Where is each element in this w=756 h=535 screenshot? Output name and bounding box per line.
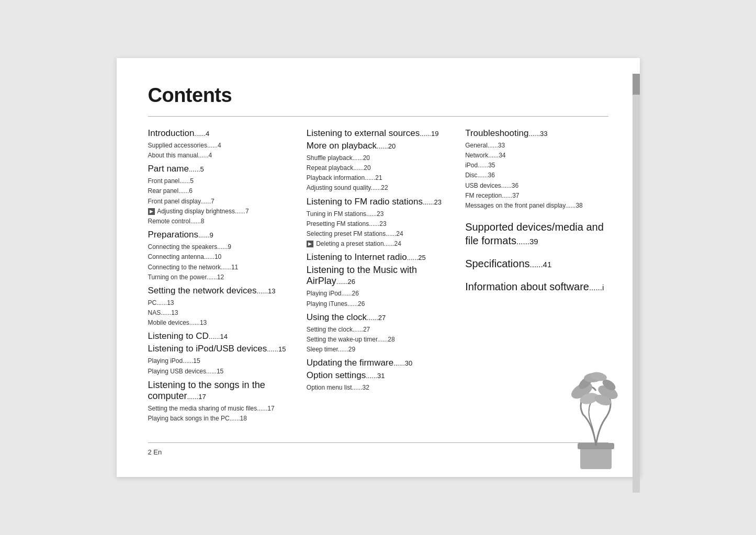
list-item: Connecting antenna......10 — [148, 252, 291, 262]
sublist-computer: Setting the media sharing of music files… — [148, 404, 291, 424]
list-item: ▶ Adjusting display brightness......7 — [148, 207, 291, 217]
list-item: USB devices......36 — [465, 181, 608, 191]
list-item: Setting the media sharing of music files… — [148, 404, 291, 414]
section-preparations: Preparations......9 Connecting the speak… — [148, 230, 291, 282]
list-item: ▶ Deleting a preset station......24 — [307, 239, 449, 249]
sublist-network-devices: PC......13 NAS......13 Mobile devices...… — [148, 298, 291, 328]
list-item: Front panel display......7 — [148, 197, 291, 207]
section-heading-internet-radio: Listening to Internet radio......25 — [307, 252, 449, 263]
list-item: Playing iPod......26 — [307, 289, 449, 299]
section-heading-firmware: Updating the firmware......30 — [307, 358, 449, 368]
list-item: Setting the clock......27 — [307, 325, 449, 335]
list-item: Sleep timer......29 — [307, 345, 449, 355]
section-internet-radio: Listening to Internet radio......25 — [307, 252, 449, 263]
list-item: Network......34 — [465, 151, 608, 161]
list-item: Playing back songs in the PC......18 — [148, 414, 291, 424]
list-item: Messages on the front panel display.....… — [465, 201, 608, 211]
sublist-preparations: Connecting the speakers......9 Connectin… — [148, 242, 291, 282]
columns-container: Introduction......4 Supplied accessories… — [148, 128, 608, 427]
list-item: Connecting the speakers......9 — [148, 242, 291, 252]
section-external-sources: Listening to external sources......19 — [307, 128, 449, 139]
section-heading-part-name: Part name......5 — [148, 164, 291, 174]
top-divider — [148, 116, 608, 117]
note-icon: ▶ — [148, 208, 155, 215]
list-item: Rear panel......6 — [148, 186, 291, 196]
list-item: Setting the wake-up timer......28 — [307, 335, 449, 345]
section-heading-more-playback: More on playback......20 — [307, 141, 449, 151]
section-more-playback: More on playback......20 Shuffle playbac… — [307, 141, 449, 193]
sublist-fm-radio: Tuning in FM stations......23 Presetting… — [307, 209, 449, 249]
list-item: Disc......36 — [465, 170, 608, 180]
scrollbar-thumb[interactable] — [633, 74, 640, 95]
section-heading-specifications: Specifications......41 — [465, 257, 608, 270]
section-heading-software-info: Information about software......i — [465, 280, 608, 293]
section-airplay: Listening to the Music withAirPlay......… — [307, 265, 449, 309]
plant-decoration — [557, 331, 633, 477]
list-item: Repeat playback......20 — [307, 163, 449, 173]
section-part-name: Part name......5 Front panel......5 Rear… — [148, 164, 291, 226]
bottom-divider — [148, 442, 608, 443]
section-firmware: Updating the firmware......30 — [307, 358, 449, 368]
footer-page-number: 2 — [148, 448, 152, 456]
list-item: Option menu list......32 — [307, 383, 449, 393]
section-troubleshooting: Troubleshooting......33 General......33 … — [465, 128, 608, 211]
page-container: Contents Introduction......4 Supplied ac… — [117, 58, 640, 477]
section-computer: Listening to the songs in thecomputer...… — [148, 380, 291, 424]
list-item: Playing iPod......15 — [148, 356, 291, 366]
sublist-option-settings: Option menu list......32 — [307, 383, 449, 393]
list-item: Playing USB devices......15 — [148, 367, 291, 377]
section-heading-ipod-usb: Listening to iPod/USB devices......15 — [148, 344, 291, 354]
section-heading-option-settings: Option settings......31 — [307, 370, 449, 381]
section-heading-airplay: Listening to the Music withAirPlay......… — [307, 265, 449, 287]
list-item: PC......13 — [148, 298, 291, 308]
sublist-ipod-usb: Playing iPod......15 Playing USB devices… — [148, 356, 291, 376]
list-item: Mobile devices......13 — [148, 318, 291, 328]
section-listening-cd: Listening to CD......14 — [148, 331, 291, 342]
section-heading-supported-devices: Supported devices/media andfile formats.… — [465, 220, 608, 247]
section-network-devices: Setting the network devices......13 PC..… — [148, 286, 291, 328]
column-1: Introduction......4 Supplied accessories… — [148, 128, 307, 427]
section-fm-radio: Listening to FM radio stations......23 T… — [307, 197, 449, 249]
page-title: Contents — [148, 84, 608, 107]
list-item: Tuning in FM stations......23 — [307, 209, 449, 219]
section-heading-external-sources: Listening to external sources......19 — [307, 128, 449, 139]
list-item: Front panel......5 — [148, 176, 291, 186]
section-heading-troubleshooting: Troubleshooting......33 — [465, 128, 608, 139]
section-option-settings: Option settings......31 Option menu list… — [307, 370, 449, 393]
section-heading-clock: Using the clock......27 — [307, 312, 449, 323]
list-item: Adjusting sound quality......22 — [307, 183, 449, 193]
section-heading-network-devices: Setting the network devices......13 — [148, 286, 291, 296]
list-item: Shuffle playback......20 — [307, 153, 449, 163]
list-item: Turning on the power......12 — [148, 272, 291, 282]
section-heading-preparations: Preparations......9 — [148, 230, 291, 240]
footer: 2 En — [148, 448, 608, 456]
list-item: FM reception......37 — [465, 191, 608, 201]
list-item: Connecting to the network......11 — [148, 263, 291, 272]
section-specifications: Specifications......41 — [465, 257, 608, 270]
sublist-airplay: Playing iPod......26 Playing iTunes.....… — [307, 289, 449, 309]
list-item: About this manual......4 — [148, 151, 291, 161]
list-item: Playing iTunes......26 — [307, 299, 449, 309]
list-item: Supplied accessories......4 — [148, 141, 291, 151]
section-ipod-usb: Listening to iPod/USB devices......15 Pl… — [148, 344, 291, 376]
section-clock: Using the clock......27 Setting the cloc… — [307, 312, 449, 355]
sublist-more-playback: Shuffle playback......20 Repeat playback… — [307, 153, 449, 193]
sublist-introduction: Supplied accessories......4 About this m… — [148, 141, 291, 161]
sublist-troubleshooting: General......33 Network......34 iPod....… — [465, 141, 608, 211]
list-item: Presetting FM stations......23 — [307, 219, 449, 229]
section-heading-fm-radio: Listening to FM radio stations......23 — [307, 197, 449, 207]
section-heading-introduction: Introduction......4 — [148, 128, 291, 139]
scrollbar[interactable] — [633, 74, 640, 493]
note-icon: ▶ — [307, 241, 313, 247]
sublist-part-name: Front panel......5 Rear panel......6 Fro… — [148, 176, 291, 226]
footer-lang: En — [153, 448, 162, 456]
list-item: iPod......35 — [465, 161, 608, 170]
list-item: General......33 — [465, 141, 608, 151]
list-item: Remote control......8 — [148, 217, 291, 226]
section-heading-computer: Listening to the songs in thecomputer...… — [148, 380, 291, 402]
section-software-info: Information about software......i — [465, 280, 608, 293]
section-heading-cd: Listening to CD......14 — [148, 331, 291, 342]
list-item: Selecting preset FM stations......24 — [307, 229, 449, 239]
sublist-clock: Setting the clock......27 Setting the wa… — [307, 325, 449, 355]
list-item: Playback information......21 — [307, 173, 449, 183]
